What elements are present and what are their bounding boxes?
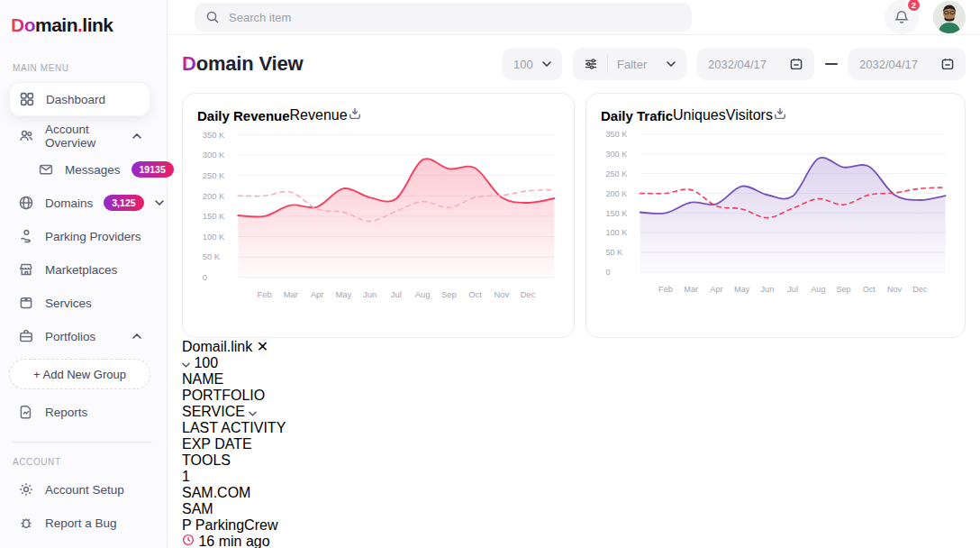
sidebar-item-messages[interactable]: Messages 19135 — [29, 156, 150, 183]
sidebar-item-label: Portfolios — [45, 330, 95, 343]
clock-icon — [182, 534, 195, 546]
calendar-icon — [940, 57, 955, 71]
sidebar-item-marketplaces[interactable]: Marketplaces — [9, 256, 150, 283]
sidebar-item-label: Reports — [45, 406, 87, 419]
sidebar-item-parking-providers[interactable]: Parking Providers — [9, 223, 150, 250]
search-bar[interactable] — [195, 3, 692, 32]
bell-icon — [894, 9, 910, 25]
date-range-dash — [825, 63, 838, 65]
date-to-picker[interactable]: 2032/04/17 — [848, 48, 966, 80]
legend-item: Revenue — [290, 107, 348, 123]
logo-mid: main — [35, 14, 77, 35]
page-size-select[interactable]: 100 — [503, 48, 562, 80]
sliders-icon — [584, 57, 598, 71]
report-doc-icon — [18, 404, 34, 420]
sidebar-item-label: Marketplaces — [45, 263, 117, 277]
sidebar-item-label: Parking Providers — [45, 230, 141, 243]
user-avatar[interactable] — [933, 1, 966, 33]
sidebar-item-dashboard[interactable]: Dashboard — [9, 82, 150, 116]
notifications-button[interactable]: 2 — [885, 0, 919, 34]
logo-suffix: link — [82, 14, 113, 35]
main-area: 2 Domain View 100 — [168, 0, 980, 548]
sidebar-item-report-bug[interactable]: Report a Bug — [9, 509, 150, 536]
svg-text:300 K: 300 K — [605, 150, 627, 159]
last-activity-text: 16 min ago — [198, 534, 269, 548]
col-service-label: SERVICE — [182, 404, 245, 419]
svg-text:Jul: Jul — [391, 289, 402, 299]
table-count-control[interactable]: 100 — [182, 355, 966, 371]
table-header: 100 NAME PORTFOLIO SERVICE LAST ACTIVITY… — [182, 355, 966, 469]
svg-text:Jul: Jul — [787, 285, 798, 294]
svg-text:Jun: Jun — [761, 285, 775, 294]
legend-item: Visitors — [726, 107, 773, 123]
last-activity-pill: 16 min ago — [182, 534, 270, 548]
table-row[interactable]: 1 SAM.COM SAM P ParkingCrew 16 min ago O… — [182, 469, 966, 548]
download-button[interactable] — [773, 106, 787, 124]
service-name: ParkingCrew — [195, 517, 278, 533]
brand-logo[interactable]: Domain.link — [0, 14, 167, 36]
search-input[interactable] — [229, 11, 681, 24]
users-icon — [18, 128, 34, 144]
svg-text:100 K: 100 K — [203, 232, 225, 242]
sidebar-item-domains[interactable]: Domains 3,125 — [9, 189, 150, 216]
sidebar-item-label: Report a Bug — [45, 516, 117, 530]
daily-revenue-card: Daily Revenue Revenue 350 K300 K250 K200… — [182, 93, 575, 338]
notification-count-badge: 2 — [906, 0, 921, 13]
page-size-value: 100 — [513, 58, 533, 71]
svg-text:Feb: Feb — [658, 285, 673, 294]
topbar-actions: 2 — [885, 0, 966, 34]
portfolio-name: SAM — [182, 501, 966, 517]
col-last-activity[interactable]: LAST ACTIVITY — [182, 420, 966, 436]
filter-label: Falter — [617, 58, 647, 71]
col-service[interactable]: SERVICE — [182, 404, 966, 420]
logo-prefix: Do — [11, 14, 35, 35]
chevron-up-icon — [132, 133, 141, 139]
svg-text:Mar: Mar — [284, 289, 298, 299]
svg-text:May: May — [734, 285, 750, 294]
svg-text:100 K: 100 K — [605, 228, 627, 237]
daily-trafic-chart: 350 K300 K250 K200 K150 K100 K50 K0FebMa… — [601, 124, 950, 302]
sidebar-item-portfolios[interactable]: Portfolios — [9, 323, 150, 350]
svg-text:Sep: Sep — [441, 289, 457, 299]
gear-icon — [18, 481, 34, 498]
svg-text:350 K: 350 K — [605, 130, 627, 139]
svg-text:200 K: 200 K — [203, 191, 225, 201]
download-button[interactable] — [348, 106, 362, 124]
sidebar-item-label: Account Overview — [45, 123, 122, 150]
svg-text:Apr: Apr — [311, 289, 324, 299]
svg-text:0: 0 — [203, 272, 207, 282]
chevron-down-icon — [182, 362, 190, 368]
col-exp-date[interactable]: EXP DATE — [182, 436, 966, 452]
svg-text:50 K: 50 K — [203, 252, 221, 262]
col-name[interactable]: NAME — [182, 371, 966, 388]
sidebar-item-account-overview[interactable]: Account Overview — [9, 123, 150, 150]
svg-text:250 K: 250 K — [203, 170, 225, 180]
filter-dropdown[interactable]: Falter — [573, 48, 686, 80]
col-portfolio[interactable]: PORTFOLIO — [182, 388, 966, 404]
bug-icon — [18, 515, 34, 531]
envelope-icon — [38, 161, 54, 178]
hand-coin-icon — [18, 228, 34, 244]
domain-name: SAM.COM — [182, 485, 966, 501]
svg-text:May: May — [335, 289, 351, 299]
sidebar-item-label: Messages — [65, 163, 121, 177]
svg-text:250 K: 250 K — [605, 169, 627, 178]
chart-legend: UniquesVisitors — [673, 107, 773, 123]
chart-legend: Revenue — [290, 107, 348, 123]
chevron-down-icon — [249, 411, 257, 416]
content: Domain View 100 Falter — [168, 35, 980, 548]
sidebar-item-reports[interactable]: Reports — [9, 398, 150, 425]
remove-filter-icon[interactable]: ✕ — [257, 339, 268, 354]
filter-chip[interactable]: Domail.link ✕ — [182, 338, 966, 355]
svg-text:Aug: Aug — [811, 285, 825, 294]
head-controls: 100 Falter 2032/04/17 — [503, 48, 966, 80]
account-section-label: ACCOUNT — [0, 457, 167, 467]
date-from-picker[interactable]: 2032/04/17 — [697, 48, 814, 80]
sidebar-item-account-setup[interactable]: Account Setup — [9, 476, 150, 503]
storefront-icon — [18, 261, 34, 278]
add-new-group-button[interactable]: + Add New Group — [9, 359, 150, 389]
row-number: 1 — [182, 469, 966, 485]
chevron-down-icon — [542, 61, 551, 67]
sidebar-item-services[interactable]: Services — [9, 289, 150, 316]
app-root: Domain.link MAIN MENU Dashboard Account … — [0, 0, 980, 548]
